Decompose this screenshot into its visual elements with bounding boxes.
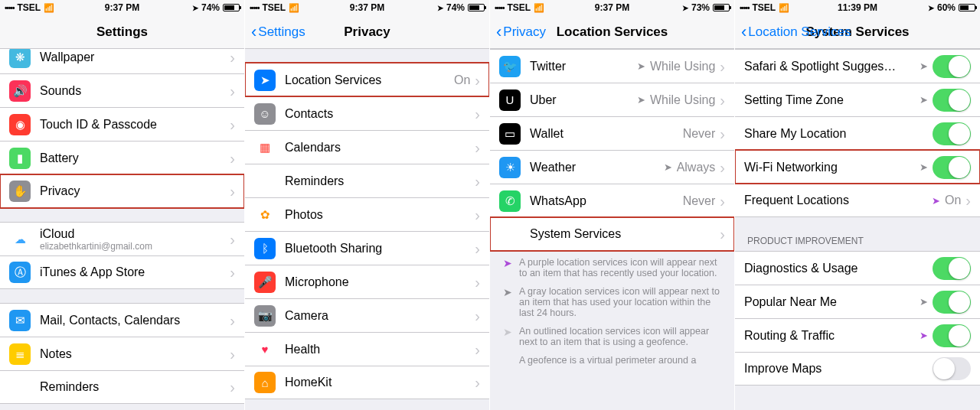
- settings-row[interactable]: Share My Location: [735, 116, 980, 150]
- settings-row[interactable]: ✋Privacy›: [0, 174, 244, 208]
- chevron-right-icon: ›: [475, 342, 480, 357]
- row-label: Camera: [285, 309, 475, 323]
- settings-row[interactable]: ☀Weather➤Always›: [490, 150, 734, 184]
- reminders-icon: •: [9, 376, 31, 398]
- settings-row[interactable]: •Reminders›: [0, 370, 244, 404]
- settings-row[interactable]: 📷Camera›: [245, 298, 489, 332]
- settings-row[interactable]: Popular Near Me➤: [735, 285, 980, 318]
- location-arrow-icon: ➤: [192, 4, 198, 12]
- chevron-left-icon: ‹: [496, 24, 501, 41]
- toggle-switch[interactable]: [933, 156, 971, 179]
- toggle-switch[interactable]: [933, 55, 971, 78]
- row-label: Reminders: [40, 380, 230, 394]
- settings-row[interactable]: ◉Touch ID & Passcode›: [0, 107, 244, 141]
- settings-row[interactable]: Diagnostics & Usage: [735, 251, 980, 285]
- battery-icon: [959, 4, 975, 11]
- settings-row[interactable]: ≣Reminders›: [245, 164, 489, 197]
- settings-row[interactable]: 🎤Microphone›: [245, 265, 489, 298]
- row-label: iTunes & App Store: [40, 265, 230, 279]
- row-label: Contacts: [285, 107, 475, 121]
- settings-row[interactable]: UUber➤While Using›: [490, 83, 734, 116]
- chevron-right-icon: ›: [720, 194, 725, 209]
- list[interactable]: Safari & Spotlight Sugges…➤Setting Time …: [735, 49, 980, 410]
- location-arrow-icon: ➤: [502, 257, 513, 278]
- settings-row[interactable]: Setting Time Zone➤: [735, 83, 980, 116]
- battery-icon: [713, 4, 730, 11]
- carrier-label: TSEL: [753, 2, 776, 13]
- toggle-switch[interactable]: [933, 89, 971, 112]
- chevron-right-icon: ›: [230, 313, 235, 328]
- settings-row[interactable]: Routing & Traffic➤: [735, 318, 980, 352]
- toggle-switch[interactable]: [933, 357, 971, 380]
- settings-row[interactable]: Frequent Locations➤On›: [735, 184, 980, 217]
- list[interactable]: 🐦Twitter➤While Using›UUber➤While Using›▭…: [490, 49, 734, 410]
- row-value: Never: [683, 194, 716, 208]
- row-label: Reminders: [285, 174, 475, 188]
- location-arrow-icon: ➤: [437, 4, 443, 12]
- camera-icon: 📷: [254, 305, 276, 327]
- chevron-right-icon: ›: [230, 83, 235, 99]
- settings-row[interactable]: ☁iCloudelizabethkartini@gmail.com›: [0, 222, 244, 255]
- settings-row[interactable]: 🔊Sounds›: [0, 73, 244, 107]
- row-label: Twitter: [530, 60, 637, 73]
- bluetooth-icon: ᛒ: [254, 238, 276, 259]
- settings-row[interactable]: ⌂HomeKit›: [245, 366, 489, 399]
- toggle-switch[interactable]: [933, 122, 971, 145]
- settings-row[interactable]: ▦Calendars›: [245, 130, 489, 164]
- footnotes: ➤A purple location services icon will ap…: [490, 251, 734, 379]
- settings-row[interactable]: ✿Photos›: [245, 197, 489, 231]
- chevron-left-icon: ‹: [251, 24, 256, 41]
- settings-row[interactable]: ➤Location ServicesOn›: [245, 63, 489, 96]
- settings-row[interactable]: Improve Maps: [735, 352, 980, 386]
- nav-back-button[interactable]: ‹Location Services: [741, 24, 851, 41]
- privacy-icon: ✋: [9, 181, 31, 202]
- settings-row[interactable]: ✉Mail, Contacts, Calendars›: [0, 303, 244, 337]
- chevron-right-icon: ›: [720, 226, 725, 242]
- row-label: Share My Location: [744, 127, 933, 141]
- settings-row[interactable]: Wi-Fi Networking➤: [735, 150, 980, 184]
- row-value: On: [945, 194, 961, 207]
- chevron-right-icon: ›: [230, 151, 235, 166]
- toggle-knob: [933, 358, 955, 379]
- toggle-switch[interactable]: [933, 324, 971, 347]
- chevron-left-icon: ‹: [741, 24, 746, 41]
- settings-row[interactable]: ✆WhatsAppNever›: [490, 184, 734, 217]
- settings-row[interactable]: 🐦Twitter➤While Using›: [490, 49, 734, 83]
- mail-icon: ✉: [9, 310, 31, 331]
- microphone-icon: 🎤: [254, 272, 276, 293]
- settings-row[interactable]: Safari & Spotlight Sugges…➤: [735, 49, 980, 83]
- settings-row[interactable]: ᛒBluetooth Sharing›: [245, 231, 489, 265]
- settings-row[interactable]: ≣Notes›: [0, 337, 244, 370]
- settings-row[interactable]: System Services›: [490, 217, 734, 251]
- row-label: Uber: [530, 93, 637, 107]
- row-value: Always: [677, 161, 716, 174]
- location-indicator-icon: ➤: [920, 330, 928, 341]
- nav-back-button[interactable]: ‹Privacy: [496, 24, 546, 41]
- row-value: While Using: [650, 60, 715, 73]
- chevron-right-icon: ›: [230, 232, 235, 247]
- weather-icon: ☀: [499, 157, 521, 178]
- toggle-switch[interactable]: [933, 291, 971, 314]
- chevron-right-icon: ›: [230, 117, 235, 132]
- settings-row[interactable]: ☺Contacts›: [245, 96, 489, 130]
- nav-back-button[interactable]: ‹Settings: [251, 24, 305, 41]
- settings-row[interactable]: ❋Wallpaper›: [0, 49, 244, 73]
- status-time: 9:37 PM: [350, 2, 384, 13]
- row-label: Microphone: [285, 275, 475, 289]
- status-bar: •••••TSEL📶9:37 PM➤74%: [0, 0, 244, 15]
- battery-icon: [468, 4, 485, 11]
- battery-pct: 74%: [201, 2, 220, 13]
- list[interactable]: ❋Wallpaper›🔊Sounds›◉Touch ID & Passcode›…: [0, 49, 244, 410]
- list[interactable]: ➤Location ServicesOn›☺Contacts›▦Calendar…: [245, 49, 489, 410]
- settings-row[interactable]: ♥Health›: [245, 332, 489, 366]
- row-label: Location Services: [285, 73, 454, 87]
- settings-row[interactable]: ▭WalletNever›: [490, 116, 734, 150]
- toggle-switch[interactable]: [933, 257, 971, 280]
- settings-row[interactable]: ▮Battery›: [0, 141, 244, 174]
- row-label: Safari & Spotlight Sugges…: [744, 60, 920, 73]
- uber-icon: U: [499, 89, 521, 111]
- settings-row[interactable]: ⒶiTunes & App Store›: [0, 255, 244, 289]
- row-label: Privacy: [40, 184, 230, 198]
- nav-bar: ‹SettingsPrivacy: [245, 15, 489, 49]
- row-label: Mail, Contacts, Calendars: [40, 314, 230, 327]
